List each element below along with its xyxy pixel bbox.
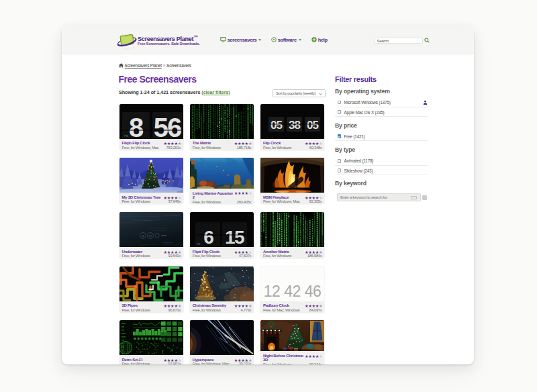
svg-text:PM: PM [124, 134, 128, 138]
svg-text:05: 05 [271, 119, 282, 132]
svg-text:6: 6 [203, 227, 214, 247]
svg-text:38: 38 [289, 119, 300, 132]
svg-text:56: 56 [154, 113, 181, 139]
svg-text:PM: PM [197, 243, 200, 246]
svg-text:05: 05 [307, 119, 318, 132]
svg-text:12 42 46: 12 42 46 [264, 283, 322, 300]
svg-text:15: 15 [225, 227, 244, 247]
svg-text:8: 8 [129, 113, 144, 139]
